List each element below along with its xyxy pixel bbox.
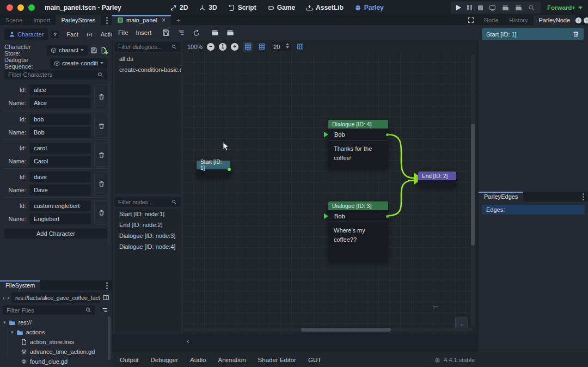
next-tab-icon[interactable]: › [584, 17, 588, 23]
stores-scrollbar[interactable] [108, 82, 111, 245]
delete-character-button[interactable] [94, 200, 108, 224]
tab-parleyedges[interactable]: ParleyEdges [479, 192, 523, 201]
tree-item-res[interactable]: ▾ res:// [3, 317, 32, 327]
stop-button[interactable] [478, 5, 483, 10]
focus-file-icon[interactable] [102, 294, 109, 301]
zoom-out-button[interactable]: − [207, 43, 215, 51]
delete-character-button[interactable] [94, 172, 108, 195]
graph-node-dialogue-3[interactable]: Dialogue [ID: 3] Bob Where's my coffee?? [328, 201, 388, 261]
graph-node-dialogue-4[interactable]: Dialogue [ID: 4] Bob Thanks for the coff… [328, 120, 388, 169]
collapse-sidebar-icon[interactable]: ‹ [183, 336, 192, 346]
tree-item-actions[interactable]: ▾ actions [11, 327, 45, 337]
save-store-icon[interactable] [90, 47, 97, 54]
workspace-game-button[interactable]: Game [267, 4, 295, 11]
new-scene-tab-button[interactable]: + [171, 15, 186, 25]
selected-node-bar[interactable]: Start [ID: 1] [482, 28, 584, 40]
character-id-field[interactable]: bob [29, 114, 91, 125]
prev-tab-icon[interactable]: ‹ [575, 17, 581, 23]
history-forward-icon[interactable]: › [7, 294, 9, 302]
character-name-field[interactable]: Carol [29, 156, 91, 167]
audio-button[interactable]: Audio [184, 357, 212, 363]
output-button[interactable]: Output [114, 357, 145, 363]
tree-item-advance-time[interactable]: advance_time_action.gd [21, 347, 95, 357]
character-id-field[interactable]: alice [29, 84, 91, 95]
profiler-icon[interactable] [528, 4, 535, 11]
output-port[interactable] [386, 215, 389, 218]
graph-node-start[interactable]: Start [ID: 1] [197, 161, 230, 177]
close-window-button[interactable] [7, 4, 13, 11]
canvas-vscrollbar[interactable] [471, 54, 475, 326]
tab-character[interactable]: Character [4, 28, 48, 40]
node-list-item[interactable]: End [ID: node:2] [114, 219, 181, 230]
filter-dialogues-input[interactable]: Filter dialogues... [114, 42, 181, 52]
tab-import[interactable]: Import [28, 15, 56, 25]
character-id-field[interactable]: dave [29, 172, 91, 182]
delete-character-button[interactable] [94, 84, 108, 108]
play-button[interactable] [456, 5, 461, 10]
collapse-arrow-icon[interactable]: ▾ [3, 320, 6, 325]
debugger-button[interactable]: Debugger [145, 357, 185, 363]
new-store-icon[interactable] [100, 47, 107, 54]
workspace-assetlib-button[interactable]: AssetLib [306, 4, 344, 11]
zoom-in-button[interactable]: + [231, 43, 238, 51]
input-port[interactable] [324, 213, 328, 219]
dialogue-sequence-dropdown[interactable]: create-conditi [50, 58, 107, 69]
filter-files-input[interactable]: Filter Files [3, 305, 95, 315]
filter-characters-input[interactable]: Filter Characters [4, 70, 107, 79]
filter-nodes-input[interactable]: Filter nodes... [114, 197, 181, 207]
output-port[interactable] [386, 133, 389, 136]
tab-scene[interactable]: Scene [0, 15, 28, 25]
test-dialogue-icon[interactable] [211, 29, 219, 36]
scene-tab-main-panel[interactable]: main_panel × [112, 15, 171, 25]
graph-canvas[interactable]: Start [ID: 1] Dialogue [ID: 4] Bob Thank… [182, 40, 476, 334]
dock-menu-icon[interactable] [106, 20, 108, 21]
zoom-reset-button[interactable]: 1 [219, 43, 226, 51]
node-list-item[interactable]: Start [ID: node:1] [114, 209, 181, 219]
history-back-icon[interactable]: ‹ [3, 294, 5, 302]
snap-toggle-icon[interactable] [243, 42, 253, 52]
import-export-icon[interactable] [177, 29, 185, 36]
minimap-toggle-icon[interactable] [295, 42, 305, 52]
close-tab-icon[interactable]: × [162, 16, 166, 24]
add-character-button[interactable]: Add Character [4, 229, 107, 238]
vscroll-thumb[interactable] [471, 124, 475, 246]
grid-size-spinbox[interactable]: 20 [271, 42, 291, 51]
character-name-field[interactable]: Englebert [29, 213, 91, 224]
remote-debug-icon[interactable] [489, 4, 496, 11]
tree-item-found-clue[interactable]: found_clue.gd [21, 357, 68, 366]
tab-parleystores[interactable]: ParleyStores [56, 15, 101, 25]
shader-editor-button[interactable]: Shader Editor [252, 357, 302, 363]
gut-button[interactable]: GUT [302, 357, 327, 363]
tab-node[interactable]: Node [479, 15, 504, 25]
movie-writer-icon[interactable] [515, 4, 522, 11]
file-menu[interactable]: File [118, 29, 128, 36]
tab-parleynode[interactable]: ParleyNode [534, 15, 575, 25]
filesystem-path-field[interactable]: res://facts/alice_gave_coffee_fact.g [11, 292, 100, 303]
tab-history[interactable]: History [504, 15, 533, 25]
input-port[interactable] [324, 132, 328, 137]
workspace-2d-button[interactable]: 2D [170, 4, 188, 11]
spin-down-icon[interactable] [286, 46, 289, 48]
distraction-free-icon[interactable] [468, 17, 474, 23]
delete-character-button[interactable] [94, 114, 108, 138]
canvas-hscrollbar[interactable] [183, 328, 472, 332]
animation-button[interactable]: Animation [212, 357, 252, 363]
tree-item-action-store[interactable]: action_store.tres [21, 337, 74, 347]
character-id-field[interactable]: custom:englebert [29, 200, 91, 211]
minimize-window-button[interactable] [17, 4, 24, 11]
spin-up-icon[interactable] [286, 43, 289, 45]
character-store-dropdown[interactable]: charact [47, 45, 88, 56]
node-list-item[interactable]: Dialogue [ID: node:3] [114, 230, 181, 241]
character-name-field[interactable]: Dave [29, 185, 91, 195]
hscroll-thumb[interactable] [301, 328, 391, 332]
tab-filesystem[interactable]: FileSystem [0, 280, 40, 290]
workspace-parley-button[interactable]: Parley [354, 4, 384, 11]
workspace-script-button[interactable]: Script [228, 4, 256, 11]
character-name-field[interactable]: Bob [29, 127, 91, 138]
node-list-item[interactable]: Dialogue [ID: node:4] [114, 241, 181, 252]
undo-icon[interactable] [193, 29, 200, 36]
graph-node-end[interactable]: End [ID: 2] [418, 172, 456, 187]
collapse-arrow-icon[interactable]: ▾ [11, 329, 14, 335]
edges-label-row[interactable]: Edges: [482, 205, 585, 215]
dialogue-file-item[interactable]: all.ds [114, 53, 181, 64]
